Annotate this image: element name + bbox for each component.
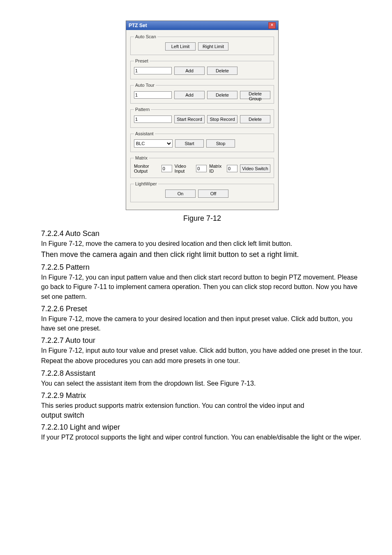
heading-auto-scan: 7.2.2.4 Auto Scan [41, 229, 363, 238]
monitor-output-label: Monitor Output [134, 164, 159, 173]
auto-tour-input[interactable] [134, 91, 172, 99]
auto-scan-legend: Auto Scan [134, 34, 157, 39]
video-input-label: Video Input [175, 164, 194, 173]
pattern-legend: Pattern [134, 107, 151, 112]
para-matrix-1: This series product supports matrix exte… [41, 401, 363, 410]
preset-group: Preset Add Delete [130, 58, 274, 79]
dialog-body: Auto Scan Left Limit Right Limit Preset … [126, 30, 278, 210]
preset-legend: Preset [134, 58, 150, 63]
para-auto-scan-2: Then move the camera again and then clic… [41, 249, 363, 260]
left-limit-button[interactable]: Left Limit [165, 42, 196, 51]
light-wiper-group: LightWiper On Off [130, 181, 274, 202]
matrix-id-label: Matrix ID [209, 164, 224, 173]
figure-caption: Figure 7-12 [41, 214, 363, 223]
heading-preset: 7.2.2.6 Preset [41, 305, 363, 313]
auto-tour-legend: Auto Tour [134, 83, 156, 88]
heading-assistant: 7.2.2.8 Assistant [41, 369, 363, 378]
heading-pattern: 7.2.2.5 Pattern [41, 263, 363, 272]
dialog-title: PTZ Set [129, 23, 147, 28]
assistant-start-button[interactable]: Start [175, 139, 204, 148]
pattern-start-record-button[interactable]: Start Record [174, 115, 205, 123]
pattern-input[interactable] [134, 116, 172, 123]
heading-matrix: 7.2.2.9 Matrix [41, 391, 363, 400]
ptz-set-dialog: PTZ Set × Auto Scan Left Limit Right Lim… [126, 21, 279, 210]
para-pattern-1: In Figure 7-12, you can input pattern va… [41, 273, 363, 301]
para-auto-tour-1: In Figure 7-12, input auto tour value an… [41, 346, 363, 355]
matrix-id-input[interactable] [227, 165, 238, 172]
auto-tour-delete-button[interactable]: Delete [207, 91, 238, 99]
matrix-group: Matrix Monitor Output Video Input Matrix… [130, 155, 274, 178]
light-wiper-on-button[interactable]: On [165, 190, 196, 198]
assistant-select[interactable]: BLC [134, 139, 173, 148]
auto-tour-group: Auto Tour Add Delete Delete Group [130, 83, 274, 104]
right-limit-button[interactable]: Right Limit [198, 42, 228, 51]
pattern-delete-button[interactable]: Delete [240, 115, 270, 123]
pattern-group: Pattern Start Record Stop Record Delete [130, 107, 274, 128]
para-auto-tour-2: Repeat the above procedures you can add … [41, 356, 363, 365]
assistant-legend: Assistant [134, 131, 155, 136]
assistant-stop-button[interactable]: Stop [206, 139, 235, 148]
video-switch-button[interactable]: Video Switch [240, 164, 270, 173]
dialog-screenshot: PTZ Set × Auto Scan Left Limit Right Lim… [41, 21, 363, 210]
dialog-titlebar: PTZ Set × [126, 21, 278, 30]
auto-scan-group: Auto Scan Left Limit Right Limit [130, 34, 274, 55]
assistant-group: Assistant BLC Start Stop [130, 131, 274, 152]
light-wiper-off-button[interactable]: Off [198, 190, 228, 198]
para-preset-1: In Figure 7-12, move the camera to your … [41, 314, 363, 333]
video-input-input[interactable] [196, 165, 207, 172]
close-icon[interactable]: × [268, 22, 276, 29]
preset-delete-button[interactable]: Delete [207, 67, 238, 75]
monitor-output-input[interactable] [161, 165, 172, 172]
para-assistant-1: You can select the assistant item from t… [41, 379, 363, 388]
preset-add-button[interactable]: Add [174, 67, 205, 75]
light-wiper-legend: LightWiper [134, 181, 158, 186]
heading-light-wiper: 7.2.2.10 Light and wiper [41, 423, 363, 432]
para-light-wiper-1: If your PTZ protocol supports the light … [41, 432, 363, 442]
para-matrix-2: output switch [41, 411, 363, 420]
preset-input[interactable] [134, 67, 172, 74]
matrix-legend: Matrix [134, 155, 149, 160]
pattern-stop-record-button[interactable]: Stop Record [207, 115, 238, 123]
para-auto-scan-1: In Figure 7-12, move the camera to you d… [41, 239, 363, 248]
heading-auto-tour: 7.2.2.7 Auto tour [41, 336, 363, 345]
auto-tour-add-button[interactable]: Add [174, 91, 205, 99]
auto-tour-delete-group-button[interactable]: Delete Group [240, 91, 270, 99]
